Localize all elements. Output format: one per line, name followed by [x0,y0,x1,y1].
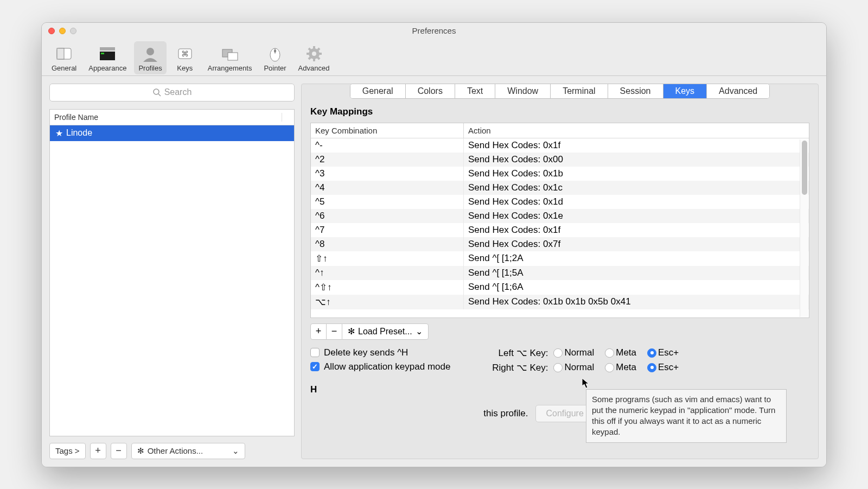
search-icon [152,88,161,97]
toolbar-profiles[interactable]: Profiles [134,41,166,74]
mapping-action: Send Hex Codes: 0x1b [464,167,809,181]
tab-colors[interactable]: Colors [406,84,455,98]
tab-session[interactable]: Session [608,84,663,98]
gear-icon: ✻ [348,326,355,336]
mapping-combo: ^- [311,138,464,153]
search-placeholder: Search [164,87,192,97]
table-row[interactable]: ^↑Send ^[ [1;5A [311,266,809,280]
svg-rect-1 [57,48,64,59]
content-area: Search Profile Name ★ Linode Tags > + − … [42,76,826,467]
gear-icon: ✻ [137,446,144,456]
left-option-row: Left ⌥ Key: Normal Meta Esc+ [483,347,684,359]
table-row[interactable]: ^2Send Hex Codes: 0x00 [311,153,809,167]
profile-list: Profile Name ★ Linode [49,109,295,436]
add-mapping-button[interactable]: + [310,323,327,340]
other-actions-dropdown[interactable]: ✻ Other Actions... ⌄ [131,443,245,459]
general-icon [53,45,75,63]
delete-sends-h-label: Delete key sends ^H [324,347,408,358]
scrollbar-thumb[interactable] [802,141,807,195]
tooltip: Some programs (such as vim and emacs) wa… [586,389,787,443]
left-option-normal[interactable] [553,348,563,358]
mapping-action: Send Hex Codes: 0x1d [464,195,809,209]
table-row[interactable]: ^5Send Hex Codes: 0x1d [311,195,809,209]
svg-point-5 [146,48,154,55]
table-row[interactable]: ^3Send Hex Codes: 0x1b [311,167,809,181]
mapping-combo: ^4 [311,181,464,195]
left-option-meta[interactable] [605,348,614,358]
appearance-icon [97,45,118,63]
key-mappings-title: Key Mappings [310,106,809,117]
profile-list-header[interactable]: Profile Name [50,110,294,125]
window-title: Preferences [42,26,826,35]
preferences-window: Preferences General Appearance Profiles … [41,22,827,467]
allow-keypad-checkbox[interactable] [310,362,320,371]
hotkey-text: this profile. [483,408,528,419]
table-row[interactable]: ^-Send Hex Codes: 0x1f [311,138,809,153]
mapping-action: Send Hex Codes: 0x1c [464,181,809,195]
mapping-combo: ^⇧↑ [311,280,464,295]
allow-keypad-label: Allow application keypad mode [324,361,450,372]
svg-rect-2 [100,47,115,50]
left-option-escplus[interactable] [647,348,656,358]
keys-icon: ⌘ [174,45,196,63]
table-row[interactable]: ^8Send Hex Codes: 0x7f [311,237,809,251]
delete-sends-h-checkbox[interactable] [310,348,320,357]
scrollbar[interactable] [800,139,808,317]
mapping-combo: ^8 [311,237,464,251]
table-row[interactable]: ^7Send Hex Codes: 0x1f [311,223,809,237]
tab-advanced[interactable]: Advanced [707,84,769,98]
svg-point-14 [312,52,316,56]
profile-row-linode[interactable]: ★ Linode [50,125,294,141]
mapping-action: Send ^[ [1;5A [464,266,809,280]
table-row[interactable]: ^6Send Hex Codes: 0x1e [311,209,809,223]
remove-profile-button[interactable]: − [111,443,127,459]
mapping-combo: ^5 [311,195,464,209]
profile-sub-tabs: General Colors Text Window Terminal Sess… [350,84,770,99]
delete-sends-h-row: Delete key sends ^H [310,347,450,358]
tab-keys[interactable]: Keys [663,84,707,98]
profiles-icon [139,45,161,63]
remove-mapping-button[interactable]: − [326,323,342,340]
svg-rect-4 [101,53,104,54]
mapping-action: Send Hex Codes: 0x00 [464,153,809,167]
right-option-escplus[interactable] [647,363,656,372]
toolbar-pointer[interactable]: Pointer [259,41,290,74]
col-action[interactable]: Action [464,123,809,138]
col-key-combination[interactable]: Key Combination [311,123,464,138]
allow-keypad-row: Allow application keypad mode [310,361,450,372]
svg-text:⌘: ⌘ [181,49,189,58]
tab-text[interactable]: Text [455,84,495,98]
mapping-body[interactable]: ^-Send Hex Codes: 0x1f^2Send Hex Codes: … [311,138,809,317]
load-preset-dropdown[interactable]: ✻ Load Preset... ⌄ [342,323,429,340]
toolbar-arrangements[interactable]: Arrangements [203,41,257,74]
toolbar-general[interactable]: General [47,41,81,74]
right-pane: General Colors Text Window Terminal Sess… [301,84,819,459]
gear-icon [303,45,325,63]
tab-general[interactable]: General [350,84,406,98]
toolbar-appearance[interactable]: Appearance [84,41,131,74]
tab-window[interactable]: Window [495,84,551,98]
table-row[interactable]: ⌥↑Send Hex Codes: 0x1b 0x1b 0x5b 0x41 [311,295,809,309]
right-option-meta[interactable] [605,363,614,372]
left-pane: Search Profile Name ★ Linode Tags > + − … [49,84,295,459]
table-row[interactable]: ⇧↑Send ^[ [1;2A [311,251,809,266]
tags-button[interactable]: Tags > [49,443,86,459]
mapping-action: Send Hex Codes: 0x7f [464,237,809,251]
mapping-combo: ^3 [311,167,464,181]
tab-terminal[interactable]: Terminal [551,84,608,98]
add-profile-button[interactable]: + [90,443,106,459]
pointer-icon [264,45,286,63]
star-icon: ★ [55,128,63,138]
mapping-action: Send ^[ [1;2A [464,251,809,266]
svg-line-24 [158,94,161,96]
table-row[interactable]: ^4Send Hex Codes: 0x1c [311,181,809,195]
toolbar-advanced[interactable]: Advanced [294,41,334,74]
mapping-combo: ^↑ [311,266,464,280]
svg-rect-12 [274,49,276,53]
toolbar-keys[interactable]: ⌘ Keys [170,41,200,74]
search-input[interactable]: Search [49,84,295,101]
right-option-normal[interactable] [553,363,563,372]
mapping-action: Send Hex Codes: 0x1e [464,209,809,223]
table-row[interactable]: ^⇧↑Send ^[ [1;6A [311,280,809,295]
left-bottom-controls: Tags > + − ✻ Other Actions... ⌄ [49,443,295,459]
